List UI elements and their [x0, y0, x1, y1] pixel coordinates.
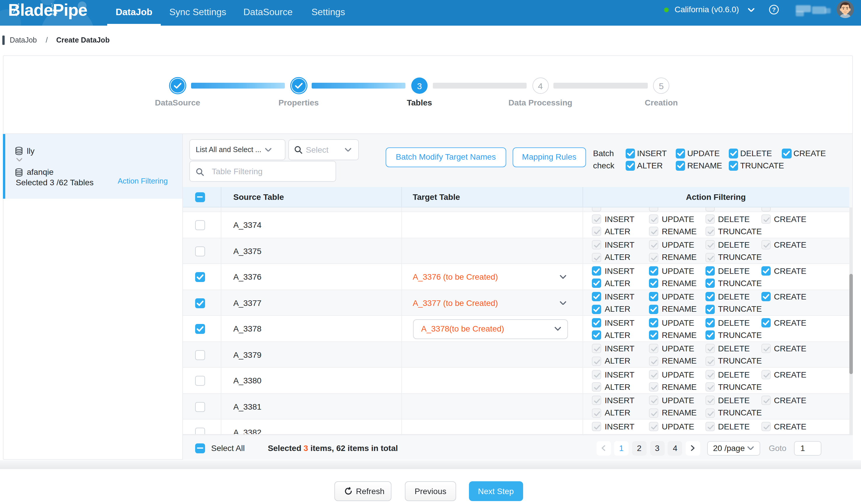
svg-text:?: ? — [772, 6, 776, 13]
